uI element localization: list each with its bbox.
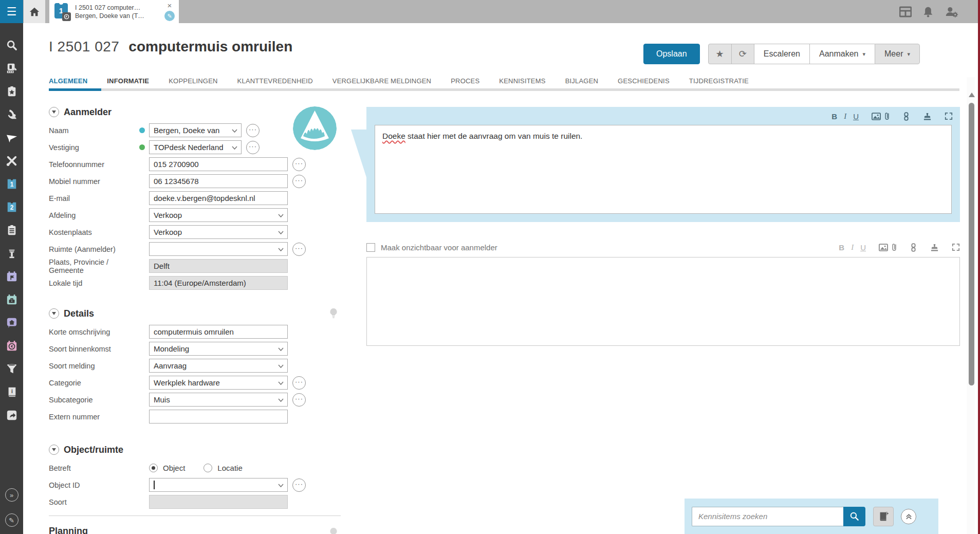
filter-icon[interactable] [6, 363, 17, 375]
naam-select[interactable]: Bergen, Doeke van [149, 123, 242, 137]
request-text-area[interactable]: Doeke staat hier met de aanvraag om van … [375, 125, 952, 214]
modules-grid-icon[interactable] [899, 6, 912, 17]
bold-button[interactable]: B [831, 112, 837, 121]
radio-object[interactable] [149, 464, 158, 472]
task-board-icon[interactable] [6, 86, 17, 97]
search-icon[interactable] [6, 40, 17, 51]
attachment-paperclip-button[interactable] [892, 243, 897, 252]
collapse-section-icon[interactable] [49, 445, 59, 455]
ruimte-select[interactable] [149, 242, 288, 256]
insert-image-button[interactable] [872, 113, 881, 120]
underline-button[interactable]: U [853, 112, 859, 121]
tab-proces[interactable]: PROCES [451, 77, 479, 94]
scrollbar-thumb[interactable] [969, 103, 974, 385]
mobiel-more-button[interactable]: ··· [292, 175, 306, 188]
soort-binnenkomst-select[interactable]: Mondeling [149, 342, 288, 356]
collapse-panel-button[interactable] [901, 509, 916, 524]
fullscreen-button[interactable] [952, 243, 960, 251]
save-button[interactable]: Opslaan [643, 44, 700, 64]
send-plane-icon[interactable] [6, 132, 17, 143]
property-management-icon[interactable] [6, 317, 17, 328]
tab-vergelijkbare-meldingen[interactable]: VERGELIJKBARE MELDINGEN [332, 77, 431, 94]
vestiging-select[interactable]: TOPdesk Nederland [149, 140, 242, 154]
close-tab-icon[interactable]: × [168, 2, 172, 9]
knowledge-base-icon[interactable]: i [6, 386, 17, 398]
categorie-select[interactable]: Werkplek hardware [149, 376, 288, 390]
action-editor-header: Maak onzichtbaar voor aanmelder B I U [366, 241, 960, 254]
tab-algemeen[interactable]: ALGEMEEN [49, 77, 87, 94]
visitors-calendar-icon[interactable] [6, 294, 17, 305]
mobiel-nummer-input[interactable]: 06 12345678 [149, 174, 288, 188]
tab-koppelingen[interactable]: KOPPELINGEN [169, 77, 217, 94]
add-knowledge-item-button[interactable] [873, 507, 894, 526]
underline-button[interactable]: U [860, 243, 866, 252]
tab-informatie[interactable]: INFORMATIE [107, 77, 149, 94]
more-button[interactable]: Meer▾ [875, 44, 920, 64]
menu-button[interactable]: ☰ [0, 0, 23, 23]
escalate-button[interactable]: Escaleren [754, 44, 809, 64]
history-clock-icon [62, 12, 71, 21]
tab-kennisitems[interactable]: KENNISITEMS [499, 77, 545, 94]
shortcut-icon[interactable] [6, 410, 17, 421]
tab-geschiedenis[interactable]: GESCHIEDENIS [618, 77, 670, 94]
korte-omschrijving-input[interactable]: computermuis omruilen [149, 325, 288, 339]
control-tower-icon[interactable] [6, 248, 17, 259]
link-button[interactable] [903, 112, 909, 121]
reservations-calendar-icon[interactable] [6, 340, 17, 352]
service-desk-icon[interactable] [6, 63, 17, 74]
second-line-incidents-icon[interactable]: 2 [6, 201, 17, 213]
tab-bijlagen[interactable]: BIJLAGEN [565, 77, 598, 94]
telefoonnummer-input[interactable]: 015 2700900 [149, 157, 288, 171]
notifications-bell-icon[interactable] [923, 6, 933, 17]
naam-more-button[interactable]: ··· [246, 124, 260, 137]
ruimte-more-button[interactable]: ··· [292, 243, 306, 256]
action-text-area[interactable] [366, 257, 960, 346]
stamp-button[interactable] [930, 243, 939, 252]
radio-locatie[interactable] [204, 464, 212, 472]
design-tools-icon[interactable] [6, 155, 17, 167]
italic-button[interactable]: I [844, 112, 846, 121]
attachment-paperclip-button[interactable] [884, 112, 890, 121]
stamp-button[interactable] [923, 112, 932, 121]
expand-sidebar-button[interactable]: » [5, 488, 19, 502]
insert-image-button[interactable] [879, 244, 888, 251]
scrollbar-up-arrow[interactable] [969, 93, 975, 97]
home-tab[interactable] [24, 0, 45, 23]
object-id-more-button[interactable]: ··· [292, 478, 306, 492]
edit-sidebar-button[interactable]: ✎ [5, 513, 19, 527]
planning-calendar-icon[interactable] [6, 271, 17, 282]
afdeling-select[interactable]: Verkoop [149, 208, 288, 222]
telefoonnummer-more-button[interactable]: ··· [292, 158, 306, 171]
object-id-select[interactable] [149, 478, 288, 492]
first-line-incidents-icon[interactable]: 1 [6, 178, 17, 190]
extern-nummer-input[interactable] [149, 410, 288, 423]
knowledge-search-button[interactable] [843, 507, 865, 526]
plaats-readonly: Delft [149, 259, 288, 273]
favorite-star-button[interactable]: ★ [708, 44, 731, 64]
collapse-section-icon[interactable] [49, 308, 59, 319]
incident-tab[interactable]: 1 I 2501 027 computer… Bergen, Doeke van… [49, 0, 179, 23]
link-button[interactable] [911, 243, 916, 252]
user-settings-icon[interactable] [945, 6, 958, 18]
fullscreen-button[interactable] [945, 112, 953, 120]
create-button[interactable]: Aanmaken▾ [809, 44, 875, 64]
invisible-for-caller-checkbox[interactable] [366, 243, 375, 252]
categorie-more-button[interactable]: ··· [292, 376, 306, 390]
kostenplaats-select[interactable]: Verkoop [149, 225, 288, 239]
soort-melding-select[interactable]: Aanvraag [149, 359, 288, 373]
email-input[interactable]: doeke.v.bergen@topdesknl.nl [149, 191, 288, 205]
tab-tijdregistratie[interactable]: TIJDREGISTRATIE [689, 77, 749, 94]
collapse-section-icon[interactable] [49, 107, 59, 117]
field-telefoonnummer: Telefoonnummer 015 2700900 ··· [49, 156, 347, 173]
refresh-button[interactable]: ⟳ [731, 44, 754, 64]
tab-klanttevredenheid[interactable]: KLANTTEVREDENHEID [237, 77, 313, 94]
subcategorie-select[interactable]: Muis [149, 393, 288, 407]
knowledge-search-input[interactable] [692, 507, 843, 526]
call-management-icon[interactable] [6, 109, 17, 120]
vestiging-more-button[interactable]: ··· [246, 141, 260, 154]
page-tabs: ALGEMEEN INFORMATIE KOPPELINGEN KLANTTEV… [49, 77, 959, 94]
checklist-icon[interactable] [6, 225, 17, 236]
subcategorie-more-button[interactable]: ··· [292, 393, 306, 407]
bold-button[interactable]: B [839, 243, 844, 252]
italic-button[interactable]: I [851, 243, 854, 252]
